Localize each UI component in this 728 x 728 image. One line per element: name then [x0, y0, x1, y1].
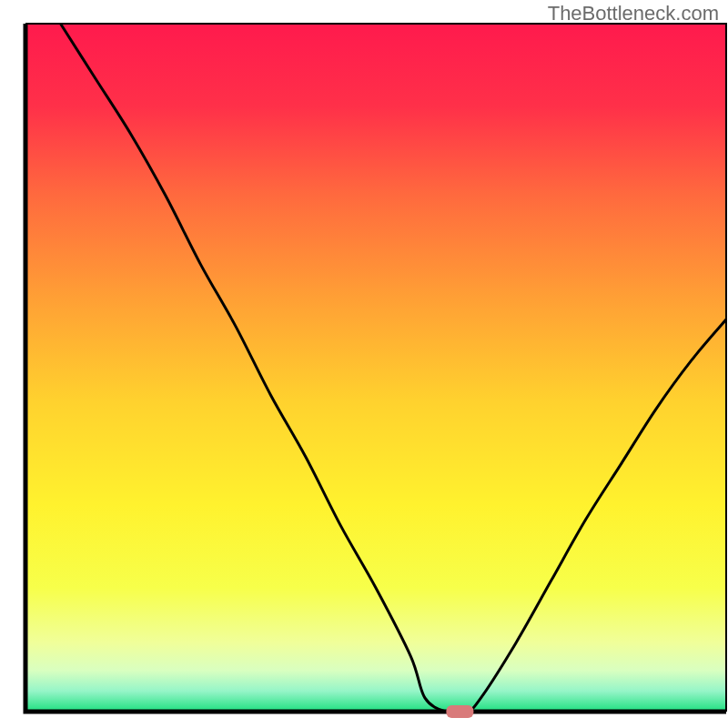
chart-container: TheBottleneck.com [0, 0, 728, 728]
bottleneck-chart [0, 0, 728, 728]
watermark: TheBottleneck.com [548, 2, 719, 25]
plot-background [25, 24, 726, 712]
optimal-marker [446, 705, 473, 718]
